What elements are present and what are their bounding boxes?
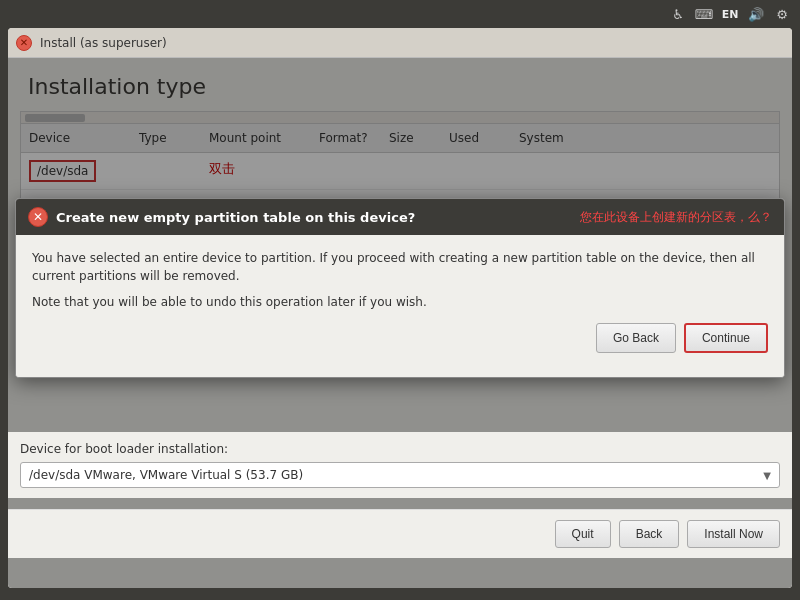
partition-dialog: ✕ Create new empty partition table on th… xyxy=(15,198,785,378)
go-back-button[interactable]: Go Back xyxy=(596,323,676,353)
bootloader-value: /dev/sda VMware, VMware Virtual S (53.7 … xyxy=(29,468,303,482)
dialog-body2: Note that you will be able to undo this … xyxy=(32,295,768,309)
volume-icon[interactable]: 🔊 xyxy=(746,4,766,24)
back-button[interactable]: Back xyxy=(619,520,680,548)
main-window: ✕ Install (as superuser) Installation ty… xyxy=(8,28,792,588)
dialog-content: You have selected an entire device to pa… xyxy=(16,235,784,377)
keyboard-icon[interactable]: ⌨ xyxy=(694,4,714,24)
bootloader-dropdown[interactable]: /dev/sda VMware, VMware Virtual S (53.7 … xyxy=(20,462,780,488)
window-close-button[interactable]: ✕ xyxy=(16,35,32,51)
status-bar: https://blog.csdn.net/lk142500 xyxy=(0,596,800,600)
window-content: Installation type Device Type Mount poin… xyxy=(8,58,792,588)
window-titlebar: ✕ Install (as superuser) xyxy=(8,28,792,58)
top-system-bar: ♿ ⌨ EN 🔊 ⚙ xyxy=(0,0,800,28)
accessibility-icon[interactable]: ♿ xyxy=(668,4,688,24)
footer-buttons: Quit Back Install Now xyxy=(8,509,792,558)
settings-icon[interactable]: ⚙ xyxy=(772,4,792,24)
window-title: Install (as superuser) xyxy=(40,36,167,50)
dialog-body1: You have selected an entire device to pa… xyxy=(32,249,768,285)
dialog-buttons: Go Back Continue xyxy=(32,323,768,363)
install-now-button[interactable]: Install Now xyxy=(687,520,780,548)
language-icon[interactable]: EN xyxy=(720,4,740,24)
dropdown-arrow-icon: ▼ xyxy=(763,470,771,481)
dialog-subtitle: 您在此设备上创建新的分区表，么？ xyxy=(580,209,772,226)
continue-button[interactable]: Continue xyxy=(684,323,768,353)
quit-button[interactable]: Quit xyxy=(555,520,611,548)
dialog-header: ✕ Create new empty partition table on th… xyxy=(16,199,784,235)
bootloader-label: Device for boot loader installation: xyxy=(20,442,780,456)
dialog-title: Create new empty partition table on this… xyxy=(56,210,572,225)
bootloader-section: Device for boot loader installation: /de… xyxy=(8,432,792,498)
dialog-warning-icon: ✕ xyxy=(28,207,48,227)
